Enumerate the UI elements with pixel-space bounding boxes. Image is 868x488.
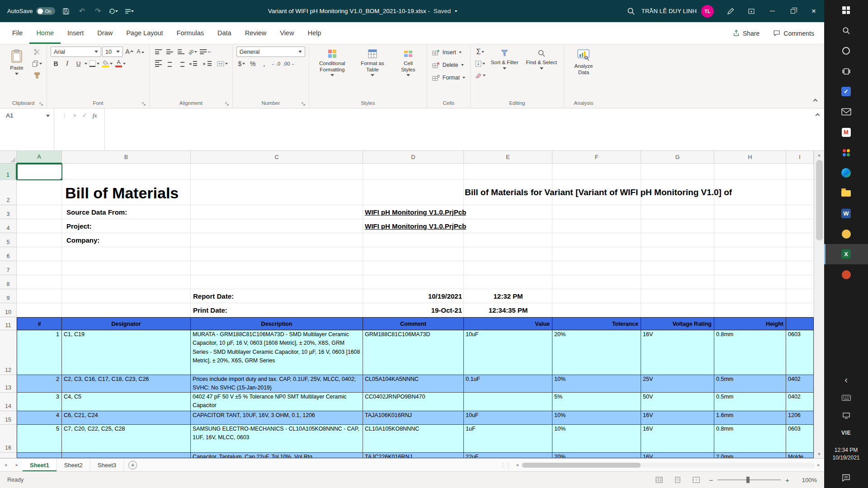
bom-cell-voltage[interactable]: 16V bbox=[641, 425, 714, 453]
bom-cell-designator[interactable]: C7, C20, C22, C25, C28 bbox=[62, 425, 191, 453]
grid-cell[interactable] bbox=[786, 247, 814, 261]
column-header-H[interactable]: H bbox=[714, 151, 786, 164]
tab-formulas[interactable]: Formulas bbox=[170, 22, 211, 44]
page-break-preview-button[interactable] bbox=[690, 475, 702, 485]
language-indicator[interactable]: VIE bbox=[824, 425, 868, 441]
bom-header-cell[interactable]: Designator bbox=[62, 317, 191, 330]
bom-cell-num[interactable]: 3 bbox=[17, 393, 62, 411]
start-button[interactable] bbox=[824, 0, 868, 20]
column-header-I[interactable]: I bbox=[786, 151, 814, 164]
grid-cell[interactable] bbox=[17, 275, 62, 289]
grid-cell[interactable] bbox=[363, 180, 464, 205]
new-sheet-button[interactable]: + bbox=[128, 461, 137, 469]
tab-view[interactable]: View bbox=[273, 22, 301, 44]
grid-cell[interactable] bbox=[786, 261, 814, 275]
name-box[interactable]: A1 bbox=[0, 108, 54, 150]
tab-home[interactable]: Home bbox=[29, 22, 61, 44]
bom-header-cell[interactable]: Voltage Rating bbox=[641, 317, 714, 330]
grid-cell[interactable] bbox=[363, 275, 464, 289]
excel-app-button[interactable]: X bbox=[824, 244, 868, 264]
alignment-dialog-launcher-icon[interactable] bbox=[225, 102, 229, 106]
font-size-select[interactable]: 10 bbox=[102, 47, 123, 57]
grid-cell[interactable] bbox=[641, 247, 714, 261]
bom-header-cell[interactable]: Value bbox=[464, 317, 552, 330]
bom-cell-comment[interactable]: CC0402JRNPO9BN470 bbox=[363, 393, 464, 411]
scroll-down-icon[interactable]: ▼ bbox=[817, 450, 821, 458]
taskbar-search-button[interactable] bbox=[824, 20, 868, 41]
grid-cell[interactable] bbox=[17, 261, 62, 275]
bom-cell-designator[interactable]: C4, C5 bbox=[62, 393, 191, 411]
grid-cell[interactable] bbox=[714, 233, 786, 247]
row-header-7[interactable]: 7 bbox=[0, 261, 17, 275]
grid-cell[interactable] bbox=[786, 233, 814, 247]
grid-cell[interactable] bbox=[17, 303, 62, 317]
grid-cell[interactable] bbox=[641, 219, 714, 233]
grid-cell[interactable] bbox=[464, 275, 552, 289]
grid-cell[interactable] bbox=[62, 261, 191, 275]
grid-cell[interactable] bbox=[714, 303, 786, 317]
merge-center-button[interactable] bbox=[216, 58, 229, 69]
scroll-left-icon[interactable]: ◄ bbox=[513, 463, 521, 467]
align-center-button[interactable] bbox=[165, 58, 175, 69]
row-header-14[interactable]: 14 bbox=[0, 393, 17, 411]
top-align-button[interactable] bbox=[153, 47, 164, 57]
bom-cell-height[interactable]: 0.5mm bbox=[714, 393, 786, 411]
row-header-8[interactable]: 8 bbox=[0, 275, 17, 289]
number-format-select[interactable]: General bbox=[236, 47, 305, 57]
bom-cell-designator[interactable]: C2, C3, C16, C17, C18, C23, C26 bbox=[62, 375, 191, 393]
grid-cell[interactable] bbox=[552, 205, 641, 219]
gmail-app-button[interactable]: M bbox=[824, 122, 868, 142]
bom-cell-description[interactable]: Prices include import duty and tax. CAP,… bbox=[191, 375, 363, 393]
mail-app-button[interactable] bbox=[824, 102, 868, 122]
grid-cell[interactable] bbox=[714, 205, 786, 219]
bom-cell-description[interactable]: MURATA - GRM188C81C106MA73D - SMD Multil… bbox=[191, 330, 363, 375]
undo-button[interactable]: ↶ bbox=[77, 5, 87, 18]
todo-app-button[interactable]: ✓ bbox=[824, 81, 868, 102]
decrease-decimal-button[interactable]: .00→ bbox=[282, 58, 296, 69]
tab-page-layout[interactable]: Page Layout bbox=[119, 22, 170, 44]
autosave-switch-icon[interactable]: On bbox=[36, 7, 55, 15]
format-painter-button[interactable] bbox=[31, 70, 43, 80]
row-header-1[interactable]: 1 bbox=[0, 164, 17, 180]
font-name-select[interactable]: Arial bbox=[51, 47, 101, 57]
row-header-16[interactable]: 16 bbox=[0, 425, 17, 453]
bom-header-cell[interactable]: Height bbox=[714, 317, 786, 330]
bom-cell-footprint[interactable]: 0603 bbox=[786, 330, 814, 375]
show-hidden-icons-button[interactable]: ‹ bbox=[824, 371, 868, 389]
word-app-button[interactable]: W bbox=[824, 203, 868, 224]
align-right-button[interactable] bbox=[176, 58, 186, 69]
grid-cell[interactable] bbox=[62, 289, 191, 303]
grid-cell[interactable] bbox=[17, 233, 62, 247]
bom-cell-description[interactable]: Capacitor, Tantalum, Cap 22uF, Tol 10%, … bbox=[191, 453, 363, 458]
grid-cell[interactable] bbox=[191, 219, 363, 233]
grid-cell[interactable] bbox=[17, 289, 62, 303]
bom-cell-tolerance[interactable]: 10% bbox=[552, 425, 641, 453]
selected-cell-a1[interactable] bbox=[17, 164, 62, 180]
underline-button[interactable]: U bbox=[73, 58, 84, 69]
redo-button[interactable]: ↷ bbox=[93, 5, 103, 18]
touch-keyboard-button[interactable] bbox=[824, 389, 868, 407]
paste-button[interactable]: Paste bbox=[4, 47, 30, 76]
column-header-E[interactable]: E bbox=[464, 151, 552, 164]
bom-cell-value[interactable] bbox=[464, 393, 552, 411]
bom-header-cell[interactable]: Tolerance bbox=[552, 317, 641, 330]
name-box-dropdown-icon[interactable] bbox=[46, 115, 50, 117]
grid-cell[interactable] bbox=[552, 275, 641, 289]
grid-cell[interactable] bbox=[786, 303, 814, 317]
bom-cell-value[interactable]: 10uF bbox=[464, 330, 552, 375]
account-button[interactable]: TRẦN LÊ DUY LINH TL bbox=[642, 5, 714, 18]
zoom-thumb[interactable] bbox=[746, 477, 750, 483]
insert-function-icon[interactable]: fx bbox=[93, 112, 97, 119]
grid-cell[interactable] bbox=[62, 303, 191, 317]
column-header-C[interactable]: C bbox=[191, 151, 363, 164]
horizontal-scroll-thumb[interactable] bbox=[522, 463, 641, 468]
copy-button[interactable] bbox=[31, 58, 43, 69]
bom-cell-voltage[interactable]: 16V bbox=[641, 411, 714, 425]
bom-cell-height[interactable]: 0.8mm bbox=[714, 425, 786, 453]
tab-data[interactable]: Data bbox=[211, 22, 238, 44]
bom-cell-num[interactable] bbox=[17, 453, 62, 458]
bom-cell-description[interactable]: CAPACITOR TANT, 10UF, 16V, 3 OHM, 0.1, 1… bbox=[191, 411, 363, 425]
grid-cell[interactable] bbox=[641, 289, 714, 303]
file-explorer-button[interactable] bbox=[824, 183, 868, 203]
grid-cell[interactable] bbox=[552, 233, 641, 247]
